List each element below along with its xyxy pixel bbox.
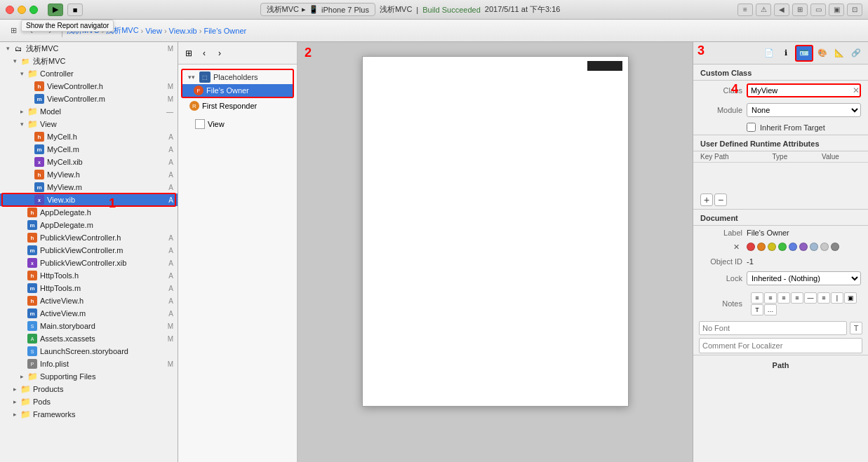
remove-attr-btn[interactable]: − <box>714 193 727 206</box>
expand-icon <box>10 411 20 418</box>
color-dot-gray1[interactable] <box>820 243 829 251</box>
sidebar-item-mycellxib[interactable]: x MyCell.xib A <box>0 156 178 168</box>
split-button[interactable]: ⊞ <box>792 4 808 16</box>
sidebar-item-infoplist[interactable]: P Info.plist M <box>0 358 178 370</box>
sidebar-item-project[interactable]: 🗂 浅析MVC M <box>0 42 178 55</box>
sidebar-item-supporting[interactable]: 📁 Supporting Files <box>0 370 178 383</box>
sidebar-item-frameworks[interactable]: 📁 Frameworks <box>0 408 178 421</box>
outline-filesowner[interactable]: F File's Owner <box>182 84 293 97</box>
sidebar-item-mycellh[interactable]: h MyCell.h A <box>0 130 178 143</box>
scheme-selector[interactable]: 浅析MVC ▸ 📱 iPhone 7 Plus <box>260 3 375 16</box>
sidebar-item-group[interactable]: 📁 浅析MVC <box>0 55 178 67</box>
stop-button[interactable]: ■ <box>67 4 83 16</box>
file-inspector-tab[interactable]: ℹ <box>778 46 794 61</box>
back-btn[interactable]: ‹ <box>198 47 211 60</box>
sidebar-item-view[interactable]: 📁 View <box>0 118 178 130</box>
device-icon: 📱 <box>309 5 319 14</box>
connections-tab[interactable]: 🔗 <box>848 46 864 61</box>
forward-btn[interactable]: › <box>213 47 226 60</box>
filesowner-icon: F <box>194 86 203 95</box>
sidebar-item-controller[interactable]: 📁 Controller <box>0 67 178 80</box>
layout-button1[interactable]: ▭ <box>810 4 826 16</box>
text-btn[interactable]: T <box>751 304 763 315</box>
sidebar-item-appdelegateh[interactable]: h AppDelegate.h <box>0 206 178 219</box>
align-center-btn[interactable]: ≡ <box>764 292 777 304</box>
navigator-toggle[interactable]: ≡ <box>737 4 753 16</box>
sidebar-item-vh[interactable]: h ViewController.h M <box>0 80 178 93</box>
dash-btn[interactable]: — <box>804 292 817 304</box>
class-input[interactable] <box>747 83 861 97</box>
outline-firstresponder[interactable]: R First Responder <box>178 100 297 112</box>
color-dot-orange[interactable] <box>757 243 766 251</box>
module-select[interactable]: None <box>747 103 861 117</box>
item-label: MyCell.m <box>47 145 168 154</box>
color-dot-blue1[interactable] <box>789 243 797 251</box>
sidebar-item-viewxib[interactable]: x View.xib A <box>0 193 178 206</box>
sidebar-item-products[interactable]: 📁 Products <box>0 383 178 395</box>
sidebar-item-publickvch[interactable]: h PublickViewController.h A <box>0 231 178 244</box>
color-dot-blue2[interactable] <box>810 243 818 251</box>
sidebar-item-myviewh[interactable]: h MyView.h A <box>0 168 178 181</box>
item-label: ViewController.h <box>47 82 168 90</box>
align-btn2[interactable]: ≡ <box>817 292 830 304</box>
layout-button2[interactable]: ▣ <box>829 4 844 16</box>
minimize-button[interactable] <box>18 6 26 14</box>
sidebar-item-appdelegatem[interactable]: m AppDelegate.m <box>0 219 178 231</box>
more-btn[interactable]: … <box>764 304 777 315</box>
sidebar-item-activeviewm[interactable]: m ActiveView.m A <box>0 307 178 320</box>
sidebar-item-httptoolsh[interactable]: h HttpTools.h A <box>0 269 178 282</box>
font-input[interactable] <box>699 321 847 335</box>
font-type-btn[interactable]: T <box>850 322 862 334</box>
expand-icon <box>17 108 27 115</box>
item-badge: A <box>168 234 173 242</box>
m-file-icon: m <box>34 93 45 104</box>
color-dot-gray2[interactable] <box>831 243 839 251</box>
sidebar-item-publickcxib[interactable]: x PublickViewController.xib A <box>0 257 178 269</box>
add-button[interactable]: ⊞ <box>6 23 21 39</box>
activity-button[interactable]: ⚠ <box>756 4 771 16</box>
back-button[interactable]: ◀ <box>774 4 789 16</box>
comment-input[interactable] <box>699 338 862 353</box>
sidebar-item-mycellm[interactable]: m MyCell.m A <box>0 143 178 156</box>
sidebar-item-publickvCm[interactable]: m PublickViewController.m A <box>0 244 178 257</box>
close-button[interactable] <box>6 6 14 14</box>
color-dot-yellow[interactable] <box>768 243 776 251</box>
sidebar-item-activeviewh[interactable]: h ActiveView.h A <box>0 294 178 307</box>
outline-view[interactable]: View <box>178 118 297 130</box>
sidebar-item-myviewm[interactable]: m MyView.m A <box>0 181 178 193</box>
sidebar-item-launchscreen[interactable]: S LaunchScreen.storyboard <box>0 345 178 358</box>
image-btn[interactable]: ▣ <box>844 292 857 304</box>
lock-select[interactable]: Inherited - (Nothing) <box>747 271 861 285</box>
inherit-checkbox[interactable] <box>747 123 756 132</box>
x-icon[interactable]: ✕ <box>733 243 740 251</box>
item-badge: A <box>168 133 173 141</box>
item-label: Assets.xcassets <box>40 334 168 343</box>
path-section: Path <box>693 355 868 375</box>
maximize-button[interactable] <box>29 6 38 14</box>
color-dot-purple[interactable] <box>799 243 808 251</box>
sidebar-item-model[interactable]: 📁 Model — <box>0 105 178 118</box>
separator-btn[interactable]: | <box>831 292 843 304</box>
add-attr-btn[interactable]: + <box>700 193 713 206</box>
color-dot-green[interactable] <box>778 243 787 251</box>
grid-view-btn[interactable]: ⊞ <box>182 47 195 60</box>
size-tab[interactable]: 📐 <box>832 46 847 61</box>
align-right-btn[interactable]: ≡ <box>777 292 790 304</box>
run-button[interactable]: ▶ <box>48 4 63 16</box>
breadcrumb-item-4[interactable]: View.xib <box>169 27 197 35</box>
breadcrumb-item-5[interactable]: File's Owner <box>203 27 246 35</box>
sidebar-item-httptoolsm[interactable]: m HttpTools.m A <box>0 282 178 294</box>
quick-help-tab[interactable]: 📄 <box>761 46 777 61</box>
sidebar-item-vm[interactable]: m ViewController.m M <box>0 93 178 105</box>
clear-input-btn[interactable]: ✕ <box>853 86 860 95</box>
align-justify-btn[interactable]: ≡ <box>791 292 803 304</box>
sidebar-item-mainstoryboard[interactable]: S Main.storyboard M <box>0 320 178 332</box>
align-left-btn[interactable]: ≡ <box>751 292 763 304</box>
attributes-tab[interactable]: 🎨 <box>815 46 830 61</box>
identity-inspector-tab[interactable]: 🪪 <box>795 45 813 62</box>
sidebar-item-pods[interactable]: 📁 Pods <box>0 395 178 408</box>
breadcrumb-item-3[interactable]: View <box>145 27 162 35</box>
sidebar-item-assets[interactable]: A Assets.xcassets M <box>0 332 178 345</box>
layout-button3[interactable]: ⊡ <box>847 4 862 16</box>
color-dot-red[interactable] <box>747 243 755 251</box>
